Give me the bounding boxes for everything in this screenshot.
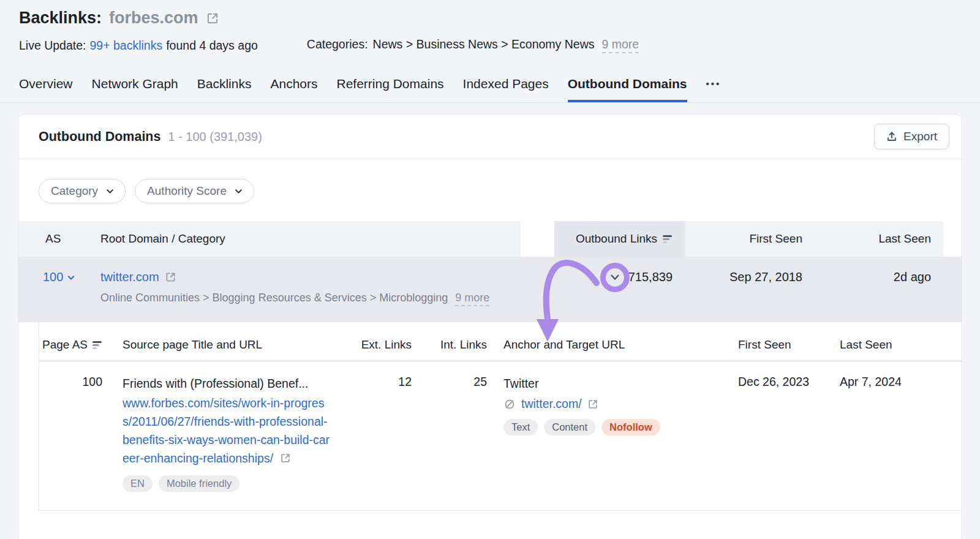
export-icon <box>886 131 897 142</box>
sort-desc-icon <box>662 234 673 244</box>
tab-indexed-pages[interactable]: Indexed Pages <box>463 72 549 102</box>
link-type-badge-text: Text <box>503 419 538 435</box>
external-link-icon[interactable] <box>587 399 598 410</box>
anchor-text: Twitter <box>503 375 735 392</box>
authority-score-filter-dropdown[interactable]: Authority Score <box>135 179 254 203</box>
authority-score-filter-label: Authority Score <box>147 184 227 198</box>
source-pages-subtable: Page AS Source page Title and URL Ext. L… <box>39 322 962 511</box>
col-first-seen: First Seen <box>685 221 802 257</box>
chevron-down-icon <box>67 274 75 281</box>
outbound-domains-card: Outbound Domains 1 - 100 (391,039) Expor… <box>18 114 962 539</box>
tab-anchors[interactable]: Anchors <box>270 72 317 102</box>
anchor-target-cell: Twitter twitter.com/ <box>487 375 735 435</box>
source-page-url-link[interactable]: www.forbes.com/sites/work-in-progress/20… <box>123 396 330 465</box>
col-root-domain-category: Root Domain / Category <box>100 221 521 257</box>
export-button[interactable]: Export <box>874 124 949 149</box>
category-filter-dropdown[interactable]: Category <box>39 179 126 203</box>
first-seen-cell: Sep 27, 2018 <box>685 270 802 284</box>
int-links-value: 25 <box>412 375 487 389</box>
categories-path: News > Business News > Economy News <box>373 37 595 51</box>
categories-label: Categories: <box>307 37 368 51</box>
language-badge: EN <box>123 475 153 492</box>
tab-overview[interactable]: Overview <box>19 72 73 102</box>
col-ext-links: Ext. Links <box>346 338 412 352</box>
category-filter-label: Category <box>51 184 98 198</box>
source-page-title: Friends with (Professional) Benef... <box>123 375 346 392</box>
categories-group: Categories: News > Business News > Econo… <box>307 37 639 53</box>
root-domain-cell: twitter.com Online Communities > Bloggin… <box>100 270 554 306</box>
mobile-friendly-badge: Mobile friendly <box>159 475 239 492</box>
nofollow-badge: Nofollow <box>601 419 660 435</box>
more-tabs-icon[interactable]: ••• <box>706 74 722 102</box>
col-source-page: Source page Title and URL <box>102 338 346 352</box>
collapse-row-chevron[interactable] <box>609 272 620 283</box>
col-outbound-links-label: Outbound Links <box>576 232 657 246</box>
source-page-url: www.forbes.com/sites/work-in-progress/20… <box>123 394 332 467</box>
noindex-icon[interactable] <box>503 398 516 410</box>
page-title-domain: forbes.com <box>109 9 198 28</box>
page-header: Backlinks: forbes.com Live Update: 99+ b… <box>0 0 980 53</box>
col-as: AS <box>18 221 100 257</box>
tab-network-graph[interactable]: Network Graph <box>92 72 178 102</box>
authority-score-value[interactable]: 100 <box>43 270 63 284</box>
source-page-row: 100 Friends with (Professional) Benef...… <box>39 361 962 511</box>
external-link-icon[interactable] <box>165 271 176 283</box>
tab-backlinks[interactable]: Backlinks <box>197 72 252 102</box>
sub-last-seen-value: Apr 7, 2024 <box>838 375 944 389</box>
col-anchor-target: Anchor and Target URL <box>487 338 735 352</box>
table-row-twitter: 100 twitter.com Online Communities > Blo… <box>18 257 962 322</box>
domain-category-more-link[interactable]: 9 more <box>455 292 489 306</box>
outbound-links-cell: 715,839 <box>554 270 685 284</box>
page-meta: Live Update: 99+ backlinks found 4 days … <box>19 37 961 53</box>
main-table-header: AS Root Domain / Category Outbound Links… <box>18 221 962 257</box>
ext-links-value: 12 <box>346 375 412 389</box>
page-as-value: 100 <box>39 375 102 389</box>
col-page-as-label: Page AS <box>42 338 88 352</box>
domain-category-path: Online Communities > Blogging Resources … <box>100 292 554 306</box>
chevron-down-icon <box>105 187 115 195</box>
col-outbound-links[interactable]: Outbound Links <box>554 221 685 257</box>
card-title: Outbound Domains <box>39 129 160 145</box>
col-int-links: Int. Links <box>412 338 487 352</box>
col-last-seen: Last Seen <box>802 221 943 257</box>
external-link-icon[interactable] <box>280 453 291 464</box>
col-sub-last-seen: Last Seen <box>838 338 944 352</box>
column-gap <box>521 221 554 257</box>
domain-category-text: Online Communities > Blogging Resources … <box>100 292 448 304</box>
live-update-label: Live Update: <box>19 39 86 53</box>
source-page-cell: Friends with (Professional) Benef... www… <box>102 375 346 492</box>
external-link-icon[interactable] <box>206 12 219 25</box>
result-range: 1 - 100 (391,039) <box>168 130 262 144</box>
export-button-label: Export <box>903 130 937 143</box>
authority-score-cell[interactable]: 100 <box>18 270 100 284</box>
tab-referring-domains[interactable]: Referring Domains <box>337 72 444 102</box>
last-seen-cell: 2d ago <box>802 270 943 284</box>
page-title-prefix: Backlinks: <box>19 9 102 28</box>
col-sub-first-seen: First Seen <box>735 338 838 352</box>
card-header: Outbound Domains 1 - 100 (391,039) Expor… <box>18 115 962 159</box>
live-update-link[interactable]: 99+ backlinks <box>90 39 163 53</box>
sub-first-seen-value: Dec 26, 2023 <box>735 375 838 389</box>
root-domain-link[interactable]: twitter.com <box>100 270 159 284</box>
chevron-down-icon <box>234 187 243 195</box>
tab-bar: Overview Network Graph Backlinks Anchors… <box>0 72 980 103</box>
tab-outbound-domains[interactable]: Outbound Domains <box>568 72 687 102</box>
live-update-suffix: found 4 days ago <box>166 39 258 53</box>
sort-desc-icon <box>92 340 102 350</box>
outbound-links-value: 715,839 <box>628 270 673 284</box>
target-url-link[interactable]: twitter.com/ <box>521 397 582 411</box>
col-page-as[interactable]: Page AS <box>39 338 102 352</box>
link-type-badge-content: Content <box>544 419 595 435</box>
categories-more-link[interactable]: 9 more <box>602 37 639 53</box>
filters-row: Category Authority Score <box>18 159 962 221</box>
page-title: Backlinks: forbes.com <box>19 9 961 28</box>
subtable-header: Page AS Source page Title and URL Ext. L… <box>39 322 962 361</box>
